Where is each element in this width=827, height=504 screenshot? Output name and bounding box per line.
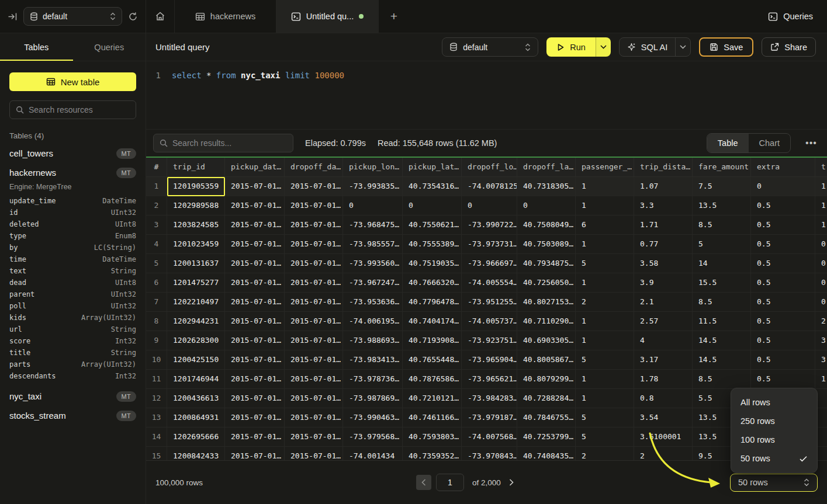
results-search-input[interactable] xyxy=(172,138,287,148)
table-cell[interactable]: 2015-07-01… xyxy=(225,177,285,196)
sql-ai-options-button[interactable] xyxy=(675,38,690,56)
table-cell[interactable]: 2015-07-01… xyxy=(285,389,343,408)
table-cell[interactable]: 0.77 xyxy=(634,235,693,254)
table-cell[interactable]: -73.985557… xyxy=(343,235,403,254)
table-cell[interactable]: 5 xyxy=(576,427,634,447)
table-cell[interactable]: 1200425150 xyxy=(167,350,225,370)
prev-page-button[interactable] xyxy=(416,475,431,490)
table-cell[interactable]: 40.6903305… xyxy=(517,331,576,350)
table-cell[interactable]: 15.5 xyxy=(693,273,751,293)
table-cell[interactable]: 14.5 xyxy=(693,350,751,370)
table-cell[interactable]: 2015-07-01… xyxy=(285,370,343,389)
table-cell[interactable]: 1202628300 xyxy=(167,331,225,350)
table-cell[interactable]: 0 xyxy=(751,177,815,196)
table-cell[interactable]: 2015-07-01… xyxy=(225,370,285,389)
table-cell[interactable]: 1.07 xyxy=(634,177,693,196)
table-cell[interactable]: 1 xyxy=(815,370,827,389)
table-cell[interactable]: -73.953636… xyxy=(343,293,403,312)
table-cell[interactable]: -74.0078125 xyxy=(462,177,517,196)
refresh-icon[interactable] xyxy=(128,12,138,22)
table-cell[interactable]: -73.965621… xyxy=(462,370,517,389)
table-cell[interactable]: 40.7359352… xyxy=(403,447,462,460)
table-cell[interactable]: 14.5 xyxy=(693,331,751,350)
table-cell[interactable]: -73.993835… xyxy=(343,177,403,196)
table-cell[interactable]: 1202944231 xyxy=(167,312,225,331)
view-tab-table[interactable]: Table xyxy=(707,134,749,152)
row-index-cell[interactable]: 12 xyxy=(146,389,167,408)
table-cell[interactable]: 40.7408435… xyxy=(517,447,576,460)
run-options-button[interactable] xyxy=(596,37,611,57)
table-cell[interactable]: 2015-07-01… xyxy=(285,254,343,273)
table-cell[interactable]: 1 xyxy=(815,177,827,196)
row-index-cell[interactable]: 6 xyxy=(146,273,167,293)
sql-editor[interactable]: 1 select * from nyc_taxi limit 100000 xyxy=(146,61,827,130)
table-cell[interactable]: 40.8027153… xyxy=(517,293,576,312)
row-index-cell[interactable]: 8 xyxy=(146,312,167,331)
table-cell[interactable]: 0 xyxy=(815,293,827,312)
table-cell[interactable]: 1202210497 xyxy=(167,293,225,312)
table-cell[interactable]: 0.5 xyxy=(751,331,815,350)
table-cell[interactable]: 40.7519035… xyxy=(403,254,462,273)
collapse-sidebar-icon[interactable] xyxy=(8,12,18,22)
table-cell[interactable]: -73.983413… xyxy=(343,350,403,370)
table-cell[interactable]: 11.5 xyxy=(693,312,751,331)
table-cell[interactable]: 1.78 xyxy=(634,370,693,389)
table-cell[interactable]: 3.58 xyxy=(634,254,693,273)
table-cell[interactable]: 2015-07-01… xyxy=(285,350,343,370)
table-cell[interactable]: 1201023459 xyxy=(167,235,225,254)
table-cell[interactable]: 0.5 xyxy=(751,312,815,331)
table-cell[interactable]: 0.5 xyxy=(751,254,815,273)
column-header[interactable]: # xyxy=(146,158,167,177)
column-header[interactable]: pickup_lat… xyxy=(403,158,462,177)
page-number-input[interactable] xyxy=(436,474,464,491)
table-cell[interactable]: 3.3 xyxy=(634,196,693,215)
table-cell[interactable]: 2015-07-01… xyxy=(225,447,285,460)
column-header[interactable]: trip_id xyxy=(167,158,225,177)
row-index-cell[interactable]: 9 xyxy=(146,331,167,350)
tab-untitled-query[interactable]: Untitled qu... xyxy=(276,0,379,33)
page-size-option[interactable]: 50 rows xyxy=(731,449,817,468)
table-cell[interactable]: 2015-07-01… xyxy=(225,235,285,254)
table-cell[interactable]: 40.7503089… xyxy=(517,235,576,254)
table-cell[interactable]: 1 xyxy=(576,312,634,331)
table-cell[interactable]: 2015-07-01… xyxy=(225,331,285,350)
table-cell[interactable]: 40.8079299… xyxy=(517,370,576,389)
column-header[interactable]: t xyxy=(815,158,827,177)
table-cell[interactable]: -73.988693… xyxy=(343,331,403,350)
query-database-selector[interactable]: default xyxy=(442,37,538,57)
table-cell[interactable]: -73.965904… xyxy=(462,350,517,370)
table-cell[interactable]: 40.7655448… xyxy=(403,350,462,370)
table-cell[interactable]: 2015-07-01… xyxy=(285,331,343,350)
table-cell[interactable]: 1200436613 xyxy=(167,389,225,408)
column-header[interactable]: fare_amount xyxy=(693,158,751,177)
table-cell[interactable]: 1 xyxy=(815,196,827,215)
table-cell[interactable]: -74.005554… xyxy=(462,273,517,293)
row-index-cell[interactable]: 3 xyxy=(146,215,167,235)
table-cell[interactable]: 6 xyxy=(576,215,634,235)
table-cell[interactable]: 4 xyxy=(634,331,693,350)
table-cell[interactable]: 1 xyxy=(576,273,634,293)
table-cell[interactable]: 40.7110290… xyxy=(517,312,576,331)
run-button[interactable]: Run xyxy=(546,37,596,57)
table-cell[interactable]: 40.7256050… xyxy=(517,273,576,293)
table-cell[interactable]: 40.7210121… xyxy=(403,389,462,408)
table-cell[interactable]: 3 xyxy=(815,331,827,350)
row-index-cell[interactable]: 11 xyxy=(146,370,167,389)
row-index-cell[interactable]: 13 xyxy=(146,408,167,427)
row-index-cell[interactable]: 4 xyxy=(146,235,167,254)
table-cell[interactable]: 2015-07-01… xyxy=(225,408,285,427)
table-cell[interactable]: 2015-07-01… xyxy=(225,312,285,331)
table-cell[interactable]: -73.990722… xyxy=(462,215,517,235)
table-cell[interactable]: 2015-07-01… xyxy=(285,293,343,312)
table-cell[interactable]: 1201746944 xyxy=(167,370,225,389)
table-cell[interactable]: 0.5 xyxy=(751,235,815,254)
table-cell[interactable]: -73.966697… xyxy=(462,254,517,273)
table-cell[interactable]: 2 xyxy=(815,312,827,331)
table-cell[interactable]: 2015-07-01… xyxy=(225,350,285,370)
table-cell[interactable]: 2015-07-01… xyxy=(285,177,343,196)
table-cell[interactable]: 2015-07-01… xyxy=(225,254,285,273)
table-cell[interactable]: 2015-07-01… xyxy=(225,215,285,235)
table-cell[interactable]: 0 xyxy=(462,196,517,215)
table-cell[interactable]: 2 xyxy=(576,293,634,312)
sidebar-item-hackernews[interactable]: hackernews MT xyxy=(9,163,136,182)
